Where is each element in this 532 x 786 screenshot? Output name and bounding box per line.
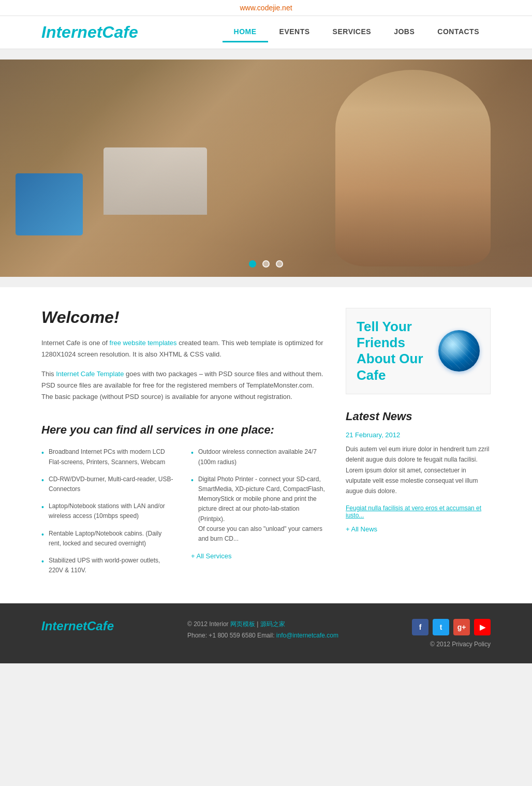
logo-accent: Cafe: [102, 23, 138, 41]
hero-laptop: [104, 147, 207, 215]
hero-dot-3[interactable]: [276, 260, 283, 268]
footer-email-link[interactable]: info@internetcafe.com: [276, 632, 338, 639]
intro-para-1: Internet Cafe is one of free website tem…: [41, 337, 325, 360]
services-grid: Broadband Internet PCs with modern LCD F…: [41, 447, 325, 583]
facebook-icon[interactable]: f: [412, 619, 428, 635]
footer-logo-accent: Cafe: [87, 619, 114, 633]
twitter-icon[interactable]: t: [433, 619, 449, 635]
footer: InternetCafe © 2012 Interior 网页模板 | 源码之家…: [0, 603, 532, 663]
nav-contacts[interactable]: CONTACTS: [426, 22, 491, 42]
googleplus-icon[interactable]: g+: [453, 619, 470, 635]
top-bar-url[interactable]: www.codejie.net: [240, 4, 292, 12]
footer-contact-line: Phone: +1 800 559 6580 Email: info@inter…: [187, 630, 338, 642]
logo: InternetCafe: [41, 23, 138, 42]
youtube-icon[interactable]: ▶: [474, 619, 491, 635]
privacy-label: © 2012 Privacy Policy: [430, 641, 491, 648]
latest-news-title: Latest News: [346, 410, 491, 423]
footer-logo: InternetCafe: [41, 619, 114, 633]
footer-right: f t g+ ▶ © 2012 Privacy Policy: [412, 619, 491, 648]
list-item: Stabilized UPS with world-power outlets,…: [41, 556, 175, 575]
footer-link-templates[interactable]: 网页模板: [230, 620, 255, 628]
services-left-col: Broadband Internet PCs with modern LCD F…: [41, 447, 175, 583]
footer-link-source[interactable]: 源码之家: [260, 620, 285, 628]
intro-para-2-prefix: This: [41, 370, 56, 378]
all-services-link-wrapper: + All Services: [191, 551, 325, 560]
services-left-list: Broadband Internet PCs with modern LCD F…: [41, 447, 175, 575]
all-news-link[interactable]: + All News: [346, 525, 377, 533]
list-item: Broadband Internet PCs with modern LCD F…: [41, 447, 175, 467]
list-item: Digital Photo Printer - connect your SD-…: [191, 474, 325, 544]
header: InternetCafe HOME EVENTS SERVICES JOBS C…: [0, 16, 532, 49]
services-right-col: Outdoor wireless connection available 24…: [191, 447, 325, 583]
services-title: Here you can find all services in one pl…: [41, 423, 325, 437]
intro-para-2: This Internet Cafe Template goes with tw…: [41, 368, 325, 403]
hero-dots: [249, 260, 283, 268]
free-templates-link[interactable]: free website templates: [110, 339, 177, 347]
footer-middle: © 2012 Interior 网页模板 | 源码之家 Phone: +1 80…: [187, 619, 338, 641]
promo-globe-icon: [438, 330, 480, 372]
footer-inner: InternetCafe © 2012 Interior 网页模板 | 源码之家…: [41, 619, 491, 648]
list-item: Rentable Laptop/Notebook cabins. (Daily …: [41, 529, 175, 548]
side-column: Tell Your Friends About Our Cafe Latest …: [346, 308, 491, 583]
intro-para-1-prefix: Internet Cafe is one of: [41, 339, 110, 347]
nav-events[interactable]: EVENTS: [268, 22, 321, 42]
main-content: Welcome! Internet Cafe is one of free we…: [0, 287, 532, 603]
logo-text: Internet: [41, 23, 102, 41]
hero-bags: [16, 173, 83, 235]
list-item: CD-RW/DVD-burner, Multi-card-reader, USB…: [41, 474, 175, 494]
footer-phone-text: Phone: +1 800 559 6580 Email:: [187, 632, 276, 639]
promo-box: Tell Your Friends About Our Cafe: [346, 308, 491, 394]
hero-dot-2[interactable]: [262, 260, 270, 268]
footer-copyright-line: © 2012 Interior 网页模板 | 源码之家: [187, 619, 338, 630]
cafe-template-link[interactable]: Internet Cafe Template: [56, 370, 124, 378]
footer-copyright-text: © 2012 Interior: [187, 620, 230, 628]
social-icons: f t g+ ▶: [412, 619, 491, 635]
main-nav: HOME EVENTS SERVICES JOBS CONTACTS: [223, 22, 491, 42]
nav-services[interactable]: SERVICES: [321, 22, 383, 42]
services-right-list: Outdoor wireless connection available 24…: [191, 447, 325, 544]
list-item: Outdoor wireless connection available 24…: [191, 447, 325, 467]
top-bar: www.codejie.net: [0, 0, 532, 16]
hero-image: [0, 60, 532, 277]
welcome-title: Welcome!: [41, 308, 325, 327]
main-column: Welcome! Internet Cafe is one of free we…: [41, 308, 325, 583]
hero-dot-1[interactable]: [249, 260, 256, 268]
two-col-layout: Welcome! Internet Cafe is one of free we…: [41, 308, 491, 583]
footer-separator: |: [255, 620, 260, 628]
privacy-policy-text: © 2012 Privacy Policy: [412, 641, 491, 648]
hero-banner: [0, 60, 532, 277]
all-services-link[interactable]: + All Services: [191, 552, 231, 560]
promo-text: Tell Your Friends About Our Cafe: [357, 319, 431, 383]
list-item: Laptop/Notebook stations with LAN and/or…: [41, 501, 175, 521]
footer-logo-text: Internet: [41, 619, 87, 633]
news-date: 21 February, 2012: [346, 431, 491, 439]
nav-home[interactable]: HOME: [223, 22, 268, 42]
all-news-link-wrapper: + All News: [346, 524, 491, 533]
nav-jobs[interactable]: JOBS: [382, 22, 426, 42]
news-read-more-link[interactable]: Feugiat nulla facilisis at vero eros et …: [346, 505, 491, 519]
news-body: Duis autem vel eum iriure dolor in hendr…: [346, 444, 491, 497]
hero-person: [335, 70, 491, 266]
